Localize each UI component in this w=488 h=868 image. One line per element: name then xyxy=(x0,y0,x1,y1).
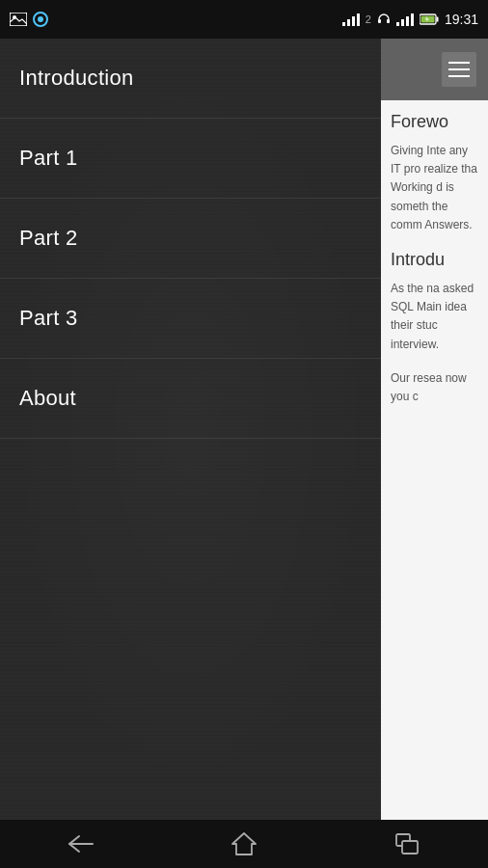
image-icon xyxy=(10,13,27,26)
bottom-nav xyxy=(0,820,488,868)
signal-bars-2 xyxy=(396,13,414,26)
intro-text: As the na asked SQL Main idea their stuc… xyxy=(391,280,478,354)
menu-button[interactable] xyxy=(442,52,476,87)
status-bar-left xyxy=(10,12,48,27)
menu-line-3 xyxy=(448,75,470,77)
svg-rect-12 xyxy=(402,841,418,854)
recents-button[interactable] xyxy=(378,825,436,863)
main-layout: Introduction Part 1 Part 2 Part 3 About … xyxy=(0,39,488,820)
nav-item-part3[interactable]: Part 3 xyxy=(0,279,381,359)
content-header xyxy=(381,39,488,100)
clock: 19:31 xyxy=(445,12,478,27)
menu-line-2 xyxy=(448,68,470,70)
recents-icon xyxy=(395,833,419,854)
svg-rect-4 xyxy=(378,19,381,23)
svg-point-3 xyxy=(38,16,43,22)
research-text: Our resea now you c xyxy=(391,369,478,406)
status-bar: 2 19:31 xyxy=(0,0,488,39)
back-icon xyxy=(68,834,95,854)
signal-bars-1 xyxy=(342,13,360,26)
foreword-text: Giving Inte any IT pro realize tha Worki… xyxy=(391,142,478,234)
headset-icon xyxy=(377,13,391,26)
nav-item-part2[interactable]: Part 2 xyxy=(0,199,381,279)
content-panel: Forewo Giving Inte any IT pro realize th… xyxy=(381,39,488,820)
nav-item-about[interactable]: About xyxy=(0,359,381,439)
menu-line-1 xyxy=(448,62,470,64)
home-icon xyxy=(231,831,257,856)
svg-rect-7 xyxy=(436,17,438,22)
nav-item-part1[interactable]: Part 1 xyxy=(0,119,381,199)
status-bar-right: 2 19:31 xyxy=(342,12,478,27)
sim-label: 2 xyxy=(366,14,371,25)
nav-drawer: Introduction Part 1 Part 2 Part 3 About xyxy=(0,39,381,820)
nav-item-introduction[interactable]: Introduction xyxy=(0,39,381,119)
home-button[interactable] xyxy=(215,825,273,863)
svg-marker-10 xyxy=(232,833,256,854)
content-body: Forewo Giving Inte any IT pro realize th… xyxy=(381,100,488,433)
foreword-title: Forewo xyxy=(391,112,478,132)
back-button[interactable] xyxy=(52,825,110,863)
svg-rect-5 xyxy=(387,19,390,23)
intro-title: Introdu xyxy=(391,250,478,270)
circle-icon xyxy=(33,12,48,27)
battery-icon xyxy=(420,14,439,25)
